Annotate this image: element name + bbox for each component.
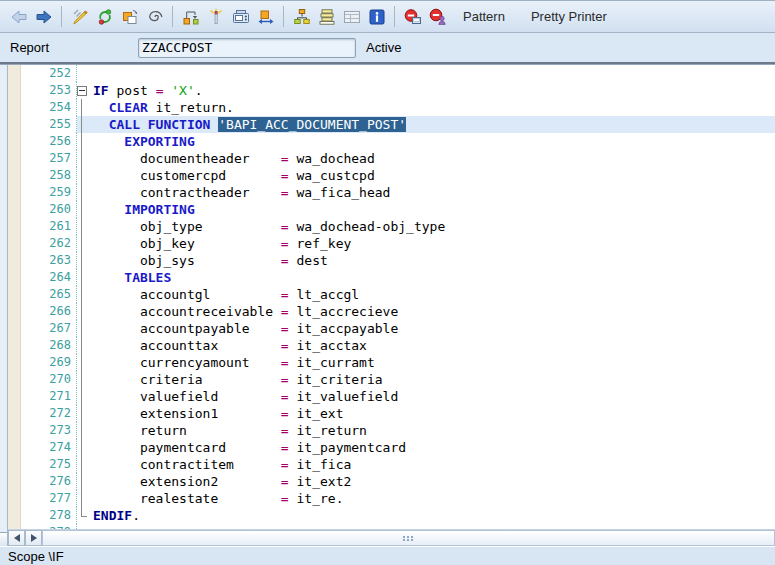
breakpoint-margin[interactable] — [8, 371, 21, 388]
code-line[interactable]: 252 — [8, 65, 775, 82]
navigate-icon[interactable] — [253, 5, 278, 29]
breakpoint-margin[interactable] — [8, 405, 21, 422]
code-viewport[interactable]: 252253IF post = 'X'.254 CLEAR it_return.… — [8, 65, 775, 529]
code-line[interactable]: 269 currencyamount = it_curramt — [8, 354, 775, 371]
code-text: extension1 = it_ext — [93, 405, 343, 422]
breakpoint-display-icon[interactable] — [400, 5, 425, 29]
refresh-icon[interactable] — [92, 5, 117, 29]
breakpoint-margin[interactable] — [8, 235, 21, 252]
code-line[interactable]: 256 EXPORTING — [8, 133, 775, 150]
breakpoint-margin[interactable] — [8, 150, 21, 167]
display-change-icon[interactable] — [67, 5, 92, 29]
where-used-icon[interactable] — [178, 5, 203, 29]
breakpoint-margin[interactable] — [8, 65, 21, 82]
code-line[interactable]: 254 CLEAR it_return. — [8, 99, 775, 116]
hierarchy-icon[interactable] — [289, 5, 314, 29]
breakpoint-margin[interactable] — [8, 133, 21, 150]
scroll-right-button[interactable] — [25, 530, 42, 546]
code-line[interactable]: 278ENDIF. — [8, 507, 775, 524]
code-line[interactable]: 260 IMPORTING — [8, 201, 775, 218]
code-editor: 252253IF post = 'X'.254 CLEAR it_return.… — [0, 64, 775, 546]
stack-icon[interactable] — [314, 5, 339, 29]
breakpoint-margin[interactable] — [8, 422, 21, 439]
breakpoint-margin[interactable] — [8, 388, 21, 405]
breakpoint-margin[interactable] — [8, 490, 21, 507]
line-number: 277 — [21, 490, 77, 507]
code-line[interactable]: 261 obj_type = wa_dochead-obj_type — [8, 218, 775, 235]
code-line[interactable]: 253IF post = 'X'. — [8, 82, 775, 99]
code-line[interactable]: 275 contractitem = it_fica — [8, 456, 775, 473]
pattern-button[interactable]: Pattern — [463, 9, 505, 24]
code-text: obj_type = wa_dochead-obj_type — [93, 218, 445, 235]
fold-margin — [77, 490, 93, 507]
breakpoint-margin[interactable] — [8, 456, 21, 473]
code-line[interactable]: 264 TABLES — [8, 269, 775, 286]
code-text: accountgl = lt_accgl — [93, 286, 359, 303]
scroll-grip-icon — [403, 536, 405, 538]
info-icon[interactable] — [364, 5, 389, 29]
code-line[interactable]: 266 accountreceivable = lt_accrecieve — [8, 303, 775, 320]
code-line[interactable]: 267 accountpayable = it_accpayable — [8, 320, 775, 337]
horizontal-scroll-track[interactable] — [42, 530, 775, 546]
code-line[interactable]: 265 accountgl = lt_accgl — [8, 286, 775, 303]
spiral-icon[interactable] — [142, 5, 167, 29]
breakpoint-margin[interactable] — [8, 252, 21, 269]
code-line[interactable]: 258 customercpd = wa_custcpd — [8, 167, 775, 184]
forward-icon[interactable] — [31, 5, 56, 29]
pretty-printer-button[interactable]: Pretty Printer — [531, 9, 607, 24]
line-number: 271 — [21, 388, 77, 405]
breakpoint-margin[interactable] — [8, 201, 21, 218]
vertical-scrollbar-box[interactable] — [0, 532, 7, 546]
code-line[interactable]: 274 paymentcard = it_paymentcard — [8, 439, 775, 456]
breakpoint-margin[interactable] — [8, 269, 21, 286]
code-line[interactable]: 270 criteria = it_criteria — [8, 371, 775, 388]
fold-margin — [77, 235, 93, 252]
horizontal-scroll-thumb[interactable] — [42, 530, 775, 546]
fold-margin — [77, 456, 93, 473]
code-line[interactable]: 255 CALL FUNCTION 'BAPI_ACC_DOCUMENT_POS… — [8, 116, 775, 133]
breakpoint-margin[interactable] — [8, 507, 21, 524]
back-icon[interactable] — [6, 5, 31, 29]
code-line[interactable]: 277 realestate = it_re. — [8, 490, 775, 507]
breakpoint-margin[interactable] — [8, 99, 21, 116]
breakpoint-margin[interactable] — [8, 337, 21, 354]
breakpoint-margin[interactable] — [8, 303, 21, 320]
breakpoint-user-icon[interactable] — [425, 5, 450, 29]
fold-margin — [77, 303, 93, 320]
code-line[interactable]: 263 obj_sys = dest — [8, 252, 775, 269]
table-view-icon[interactable] — [339, 5, 364, 29]
code-line[interactable]: 272 extension1 = it_ext — [8, 405, 775, 422]
breakpoint-margin[interactable] — [8, 473, 21, 490]
fold-collapse-icon[interactable] — [77, 82, 93, 99]
code-text: contractitem = it_fica — [93, 456, 351, 473]
breakpoint-margin[interactable] — [8, 354, 21, 371]
scroll-left-button[interactable] — [8, 530, 25, 546]
breakpoint-margin[interactable] — [8, 167, 21, 184]
test-tool-icon[interactable] — [228, 5, 253, 29]
report-name-input[interactable] — [138, 38, 356, 58]
breakpoint-margin[interactable] — [8, 320, 21, 337]
code-line[interactable]: 257 documentheader = wa_dochead — [8, 150, 775, 167]
fold-margin — [77, 218, 93, 235]
code-line[interactable]: 268 accounttax = it_acctax — [8, 337, 775, 354]
code-line[interactable]: 273 return = it_return — [8, 422, 775, 439]
breakpoint-margin[interactable] — [8, 184, 21, 201]
toolbar-separator — [172, 6, 173, 27]
toolbar-separator — [61, 6, 62, 27]
code-line[interactable]: 259 contractheader = wa_fica_head — [8, 184, 775, 201]
breakpoint-margin[interactable] — [8, 439, 21, 456]
fold-margin — [77, 133, 93, 150]
breakpoint-margin[interactable] — [8, 218, 21, 235]
vertical-scrollbar[interactable] — [0, 65, 8, 546]
code-text: realestate = it_re. — [93, 490, 343, 507]
copy-icon[interactable] — [117, 5, 142, 29]
breakpoint-margin[interactable] — [8, 116, 21, 133]
breakpoint-margin[interactable] — [8, 82, 21, 99]
pattern-wand-icon[interactable] — [203, 5, 228, 29]
fold-margin — [77, 337, 93, 354]
code-line[interactable]: 271 valuefield = it_valuefield — [8, 388, 775, 405]
breakpoint-margin[interactable] — [8, 286, 21, 303]
code-line[interactable]: 262 obj_key = ref_key — [8, 235, 775, 252]
code-text: ENDIF. — [93, 507, 140, 524]
code-line[interactable]: 276 extension2 = it_ext2 — [8, 473, 775, 490]
